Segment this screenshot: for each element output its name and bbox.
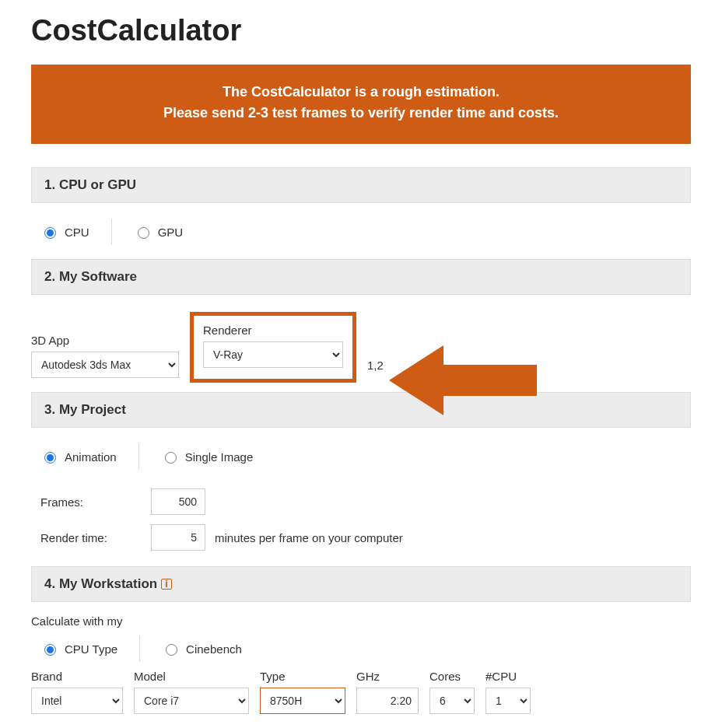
field-renderer: Renderer V-Ray [203,324,343,368]
section1-radio-row: CPU GPU [31,215,691,259]
radio-gpu-label: GPU [158,226,184,239]
radio-cputype[interactable]: CPU Type [40,642,117,656]
radio-cinebench-label: Cinebench [186,642,242,656]
section4-header-text: 4. My Workstation [44,576,157,591]
renderer-highlight-box: Renderer V-Ray [190,312,356,383]
radio-animation[interactable]: Animation [40,450,117,464]
radio-cpu-input[interactable] [44,227,56,239]
radio-cputype-input[interactable] [44,644,56,656]
section1-header: 1. CPU or GPU [31,167,691,203]
frames-row: Frames: [31,484,691,520]
banner-line1: The CostCalculator is a rough estimation… [47,82,675,103]
field-brand: Brand Intel [31,670,123,714]
callout-arrow-icon [381,338,552,423]
software-row: 3D App Autodesk 3ds Max Renderer V-Ray 1… [31,307,691,378]
radio-cputype-label: CPU Type [65,642,117,656]
field-cores: Cores 6 [429,670,475,714]
label-ncpu: #CPU [485,670,531,683]
label-renderer: Renderer [203,324,343,337]
radio-cpu[interactable]: CPU [40,225,89,239]
select-brand[interactable]: Intel [31,688,123,714]
radio-single-image-input[interactable] [165,452,177,464]
field-3dapp: 3D App Autodesk 3ds Max [31,334,179,378]
radio-gpu[interactable]: GPU [134,225,184,239]
label-cores: Cores [429,670,475,683]
radio-animation-input[interactable] [44,452,56,464]
frames-input[interactable] [151,488,205,515]
label-model: Model [134,670,249,683]
rendertime-label: Render time: [40,531,142,544]
field-model: Model Core i7 [134,670,249,714]
section2-header: 2. My Software [31,259,691,295]
select-3dapp[interactable]: Autodesk 3ds Max [31,352,179,378]
field-ncpu: #CPU 1 [485,670,531,714]
section3-header: 3. My Project [31,392,691,428]
rendertime-input[interactable] [151,524,205,551]
divider [111,219,112,245]
select-model[interactable]: Core i7 [134,688,249,714]
svg-marker-0 [389,345,537,415]
page-title: CostCalculator [31,14,691,47]
section4-radio-row: CPU Type Cinebench [31,632,691,670]
section4-header: 4. My Workstation i [31,566,691,602]
label-brand: Brand [31,670,123,683]
label-type: Type [260,670,345,683]
divider [138,443,139,470]
field-type: Type 8750H [260,670,345,714]
select-cores[interactable]: 6 [429,688,475,714]
label-3dapp: 3D App [31,334,179,347]
label-ghz: GHz [356,670,419,683]
info-icon[interactable]: i [161,579,172,590]
divider [139,635,140,662]
banner-line2: Please send 2-3 test frames to verify re… [47,103,675,124]
radio-cinebench[interactable]: Cinebench [162,642,242,656]
rendertime-suffix: minutes per frame on your computer [215,531,403,544]
section3-radio-row: Animation Single Image [31,440,691,484]
field-ghz: GHz [356,670,419,714]
select-renderer[interactable]: V-Ray [203,341,343,368]
select-ncpu[interactable]: 1 [485,688,531,714]
radio-cpu-label: CPU [65,226,89,239]
rendertime-row: Render time: minutes per frame on your c… [31,520,691,555]
radio-single-image-label: Single Image [185,450,254,464]
radio-gpu-input[interactable] [138,227,149,239]
input-ghz[interactable] [356,688,419,714]
radio-cinebench-input[interactable] [166,644,177,656]
workstation-row: Brand Intel Model Core i7 Type 8750H GHz… [31,670,691,714]
frames-label: Frames: [40,495,142,509]
radio-single-image[interactable]: Single Image [161,450,254,464]
info-banner: The CostCalculator is a rough estimation… [31,65,691,144]
calc-with-label: Calculate with my [31,614,691,628]
select-type[interactable]: 8750H [260,688,345,714]
radio-animation-label: Animation [65,450,117,464]
